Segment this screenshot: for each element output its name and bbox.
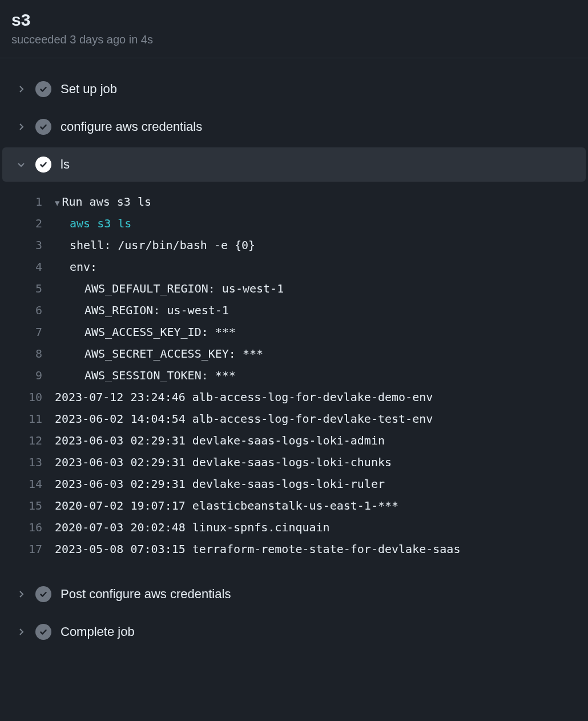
- step-label: configure aws credentials: [61, 119, 202, 134]
- chevron-right-icon: [16, 627, 26, 637]
- chevron-right-icon: [16, 589, 26, 599]
- line-content: 2023-06-02 14:04:54 alb-access-log-for-d…: [55, 408, 433, 430]
- line-number: 9: [0, 364, 55, 386]
- line-content: AWS_SESSION_TOKEN: ***: [55, 364, 236, 386]
- step-ls[interactable]: ls: [2, 147, 586, 182]
- line-content: ▼Run aws s3 ls: [55, 191, 151, 213]
- line-content: AWS_ACCESS_KEY_ID: ***: [55, 321, 236, 343]
- line-content: AWS_REGION: us-west-1: [55, 299, 229, 321]
- line-content: 2023-07-12 23:24:46 alb-access-log-for-d…: [55, 386, 433, 408]
- log-line: 3shell: /usr/bin/bash -e {0}: [0, 234, 588, 256]
- log-line: 102023-07-12 23:24:46 alb-access-log-for…: [0, 386, 588, 408]
- line-number: 6: [0, 299, 55, 321]
- job-subtitle: succeeded 3 days ago in 4s: [11, 33, 577, 46]
- line-number: 16: [0, 516, 55, 538]
- check-circle-icon: [35, 81, 51, 97]
- log-line: 142023-06-03 02:29:31 devlake-saas-logs-…: [0, 473, 588, 495]
- line-number: 4: [0, 256, 55, 278]
- line-number: 14: [0, 473, 55, 495]
- log-line: 122023-06-03 02:29:31 devlake-saas-logs-…: [0, 430, 588, 451]
- line-number: 11: [0, 408, 55, 430]
- steps-list: Set up job configure aws credentials ls …: [0, 58, 588, 649]
- line-content: AWS_DEFAULT_REGION: us-west-1: [55, 278, 284, 299]
- log-line: 162020-07-03 20:02:48 linux-spnfs.cinqua…: [0, 516, 588, 538]
- line-number: 12: [0, 430, 55, 451]
- job-title: s3: [11, 10, 577, 30]
- log-line: 152020-07-02 19:07:17 elasticbeanstalk-u…: [0, 495, 588, 516]
- line-content: 2023-06-03 02:29:31 devlake-saas-logs-lo…: [55, 430, 385, 451]
- line-content: shell: /usr/bin/bash -e {0}: [55, 234, 255, 256]
- line-number: 10: [0, 386, 55, 408]
- line-content: env:: [55, 256, 97, 278]
- line-content: 2020-07-02 19:07:17 elasticbeanstalk-us-…: [55, 495, 398, 516]
- step-post-configure-aws[interactable]: Post configure aws credentials: [2, 577, 586, 611]
- log-line: 9AWS_SESSION_TOKEN: ***: [0, 364, 588, 386]
- check-circle-icon: [35, 157, 51, 173]
- line-content: aws s3 ls: [55, 213, 131, 234]
- line-number: 2: [0, 213, 55, 234]
- check-circle-icon: [35, 586, 51, 602]
- log-line: 6AWS_REGION: us-west-1: [0, 299, 588, 321]
- log-line: 112023-06-02 14:04:54 alb-access-log-for…: [0, 408, 588, 430]
- line-number: 7: [0, 321, 55, 343]
- log-line: 4env:: [0, 256, 588, 278]
- log-line: 8AWS_SECRET_ACCESS_KEY: ***: [0, 343, 588, 364]
- line-number: 3: [0, 234, 55, 256]
- line-content: 2020-07-03 20:02:48 linux-spnfs.cinquain: [55, 516, 330, 538]
- step-label: Post configure aws credentials: [61, 587, 231, 602]
- check-circle-icon: [35, 119, 51, 135]
- line-number: 15: [0, 495, 55, 516]
- line-content: 2023-05-08 07:03:15 terraform-remote-sta…: [55, 538, 460, 560]
- log-line: 5AWS_DEFAULT_REGION: us-west-1: [0, 278, 588, 299]
- check-circle-icon: [35, 624, 51, 640]
- log-output: 1▼Run aws s3 ls2aws s3 ls3shell: /usr/bi…: [0, 185, 588, 574]
- log-line: 172023-05-08 07:03:15 terraform-remote-s…: [0, 538, 588, 560]
- log-line: 2aws s3 ls: [0, 213, 588, 234]
- line-content: 2023-06-03 02:29:31 devlake-saas-logs-lo…: [55, 473, 385, 495]
- chevron-right-icon: [16, 122, 26, 132]
- job-header: s3 succeeded 3 days ago in 4s: [0, 0, 588, 58]
- step-setup-job[interactable]: Set up job: [2, 72, 586, 106]
- chevron-right-icon: [16, 84, 26, 94]
- log-line: 1▼Run aws s3 ls: [0, 191, 588, 213]
- step-label: Complete job: [61, 624, 135, 639]
- chevron-down-icon: [16, 159, 26, 170]
- line-number: 8: [0, 343, 55, 364]
- log-line: 132023-06-03 02:29:31 devlake-saas-logs-…: [0, 451, 588, 473]
- line-number: 13: [0, 451, 55, 473]
- line-content: 2023-06-03 02:29:31 devlake-saas-logs-lo…: [55, 451, 392, 473]
- log-line: 7AWS_ACCESS_KEY_ID: ***: [0, 321, 588, 343]
- line-content: AWS_SECRET_ACCESS_KEY: ***: [55, 343, 263, 364]
- step-complete-job[interactable]: Complete job: [2, 615, 586, 649]
- line-number: 5: [0, 278, 55, 299]
- step-label: ls: [61, 157, 70, 172]
- line-number: 1: [0, 191, 55, 213]
- step-label: Set up job: [61, 82, 117, 97]
- line-number: 17: [0, 538, 55, 560]
- step-configure-aws[interactable]: configure aws credentials: [2, 110, 586, 144]
- disclosure-triangle-icon[interactable]: ▼: [55, 198, 59, 207]
